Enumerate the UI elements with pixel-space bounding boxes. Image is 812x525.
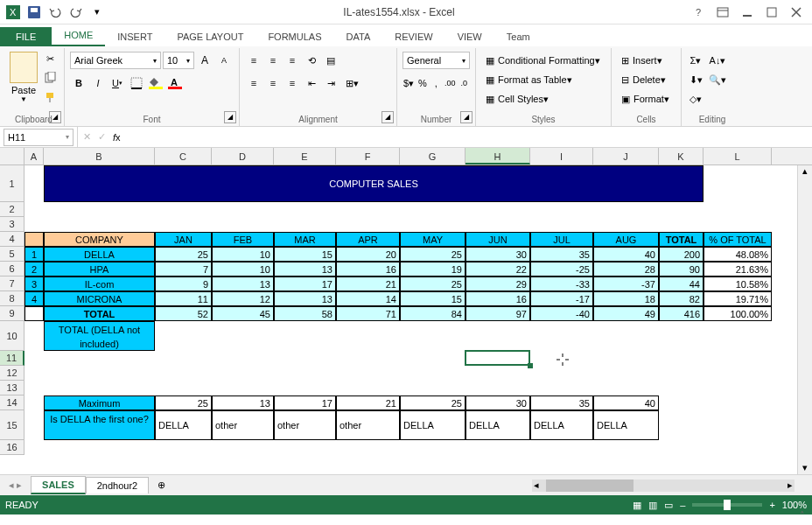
cell-G6[interactable]: 19 bbox=[400, 262, 466, 276]
maximize-icon[interactable] bbox=[765, 5, 779, 19]
excel-icon[interactable]: X bbox=[4, 3, 23, 22]
rowhead-9[interactable]: 9 bbox=[0, 306, 24, 321]
cell-E15[interactable]: other bbox=[274, 410, 336, 440]
close-icon[interactable] bbox=[789, 5, 803, 19]
tab-formulas[interactable]: FORMULAS bbox=[256, 27, 333, 46]
cut-icon[interactable]: ✂ bbox=[41, 50, 59, 67]
cell-F5[interactable]: 20 bbox=[336, 247, 400, 262]
colhead-G[interactable]: G bbox=[400, 148, 466, 164]
cell-G8[interactable]: 15 bbox=[400, 291, 466, 306]
orientation-icon[interactable]: ⟲ bbox=[303, 52, 320, 69]
rowhead-1[interactable]: 1 bbox=[0, 165, 24, 202]
border-button[interactable] bbox=[128, 74, 145, 92]
cell-A7[interactable]: 3 bbox=[24, 276, 44, 291]
cell-D7[interactable]: 13 bbox=[212, 276, 274, 291]
tab-review[interactable]: REVIEW bbox=[382, 27, 444, 46]
colhead-D[interactable]: D bbox=[212, 148, 274, 164]
cell-I4[interactable]: JUL bbox=[530, 232, 593, 247]
cell-L6[interactable]: 21.63% bbox=[704, 262, 772, 276]
cell-A4[interactable] bbox=[24, 232, 44, 247]
cell-G15[interactable]: DELLA bbox=[400, 410, 466, 440]
italic-button[interactable]: I bbox=[89, 74, 107, 92]
cell-G9[interactable]: 84 bbox=[400, 306, 466, 321]
cell-H14[interactable]: 30 bbox=[466, 396, 530, 410]
cell-F14[interactable]: 21 bbox=[336, 396, 400, 410]
colhead-A[interactable]: A bbox=[24, 148, 44, 164]
cell-H8[interactable]: 16 bbox=[466, 291, 530, 306]
tab-view[interactable]: VIEW bbox=[445, 27, 494, 46]
cell-G14[interactable]: 25 bbox=[400, 396, 466, 410]
align-top-icon[interactable]: ≡ bbox=[245, 52, 262, 69]
colhead-E[interactable]: E bbox=[274, 148, 336, 164]
comma-icon[interactable]: , bbox=[430, 74, 442, 92]
cell-E6[interactable]: 13 bbox=[274, 262, 336, 276]
rowhead-6[interactable]: 6 bbox=[0, 262, 24, 276]
conditional-formatting-button[interactable]: ▦ Conditional Formatting ▾ bbox=[481, 52, 606, 69]
cell-C15[interactable]: DELLA bbox=[155, 410, 212, 440]
cell-J15[interactable]: DELLA bbox=[593, 410, 659, 440]
font-color-button[interactable]: A bbox=[166, 74, 184, 92]
spreadsheet-grid[interactable]: ABCDEFGHIJKL 12345678910111213141516 COM… bbox=[0, 148, 812, 474]
cell-L8[interactable]: 19.71% bbox=[704, 291, 772, 306]
rowhead-16[interactable]: 16 bbox=[0, 440, 24, 455]
cell-L7[interactable]: 10.58% bbox=[704, 276, 772, 291]
cell-G4[interactable]: MAY bbox=[400, 232, 466, 247]
redo-icon[interactable] bbox=[66, 3, 86, 22]
horizontal-scrollbar[interactable]: ◂▸ bbox=[532, 480, 794, 492]
clipboard-dialog-icon[interactable]: ◢ bbox=[49, 111, 61, 123]
cell-B8[interactable]: MICRONA bbox=[44, 291, 155, 306]
cell-K9[interactable]: 416 bbox=[659, 306, 704, 321]
zoom-level[interactable]: 100% bbox=[782, 500, 807, 510]
cell-D14[interactable]: 13 bbox=[212, 396, 274, 410]
cell-D15[interactable]: other bbox=[212, 410, 274, 440]
cell-styles-button[interactable]: ▦ Cell Styles ▾ bbox=[481, 90, 606, 108]
merge-center-button[interactable]: ⊞▾ bbox=[341, 74, 363, 92]
copy-icon[interactable] bbox=[41, 69, 59, 87]
rowhead-12[interactable]: 12 bbox=[0, 366, 24, 381]
colhead-J[interactable]: J bbox=[593, 148, 659, 164]
rowhead-5[interactable]: 5 bbox=[0, 247, 24, 262]
align-center-icon[interactable]: ≡ bbox=[264, 74, 282, 92]
sheet-tab-sales[interactable]: SALES bbox=[31, 476, 86, 494]
cell-J6[interactable]: 28 bbox=[593, 262, 659, 276]
rowhead-8[interactable]: 8 bbox=[0, 291, 24, 306]
rowhead-7[interactable]: 7 bbox=[0, 276, 24, 291]
undo-icon[interactable] bbox=[46, 3, 65, 22]
view-layout-icon[interactable]: ▥ bbox=[648, 500, 657, 511]
zoom-slider[interactable] bbox=[692, 503, 762, 507]
cell-K4[interactable]: TOTAL bbox=[659, 232, 704, 247]
currency-icon[interactable]: $▾ bbox=[402, 74, 415, 92]
cell-L4[interactable]: % OF TOTAL bbox=[704, 232, 772, 247]
view-pagebreak-icon[interactable]: ▭ bbox=[664, 500, 673, 511]
cell-F15[interactable]: other bbox=[336, 410, 400, 440]
cell-B10[interactable]: TOTAL (DELLA not included) bbox=[44, 321, 155, 351]
zoom-in-icon[interactable]: + bbox=[769, 500, 774, 510]
sheet-nav[interactable]: ◂ ▸ bbox=[0, 480, 31, 491]
fill-handle[interactable] bbox=[528, 363, 533, 368]
clear-icon[interactable]: ◇▾ bbox=[687, 90, 704, 108]
cell-D8[interactable]: 12 bbox=[212, 291, 274, 306]
align-left-icon[interactable]: ≡ bbox=[245, 74, 262, 92]
cell-C7[interactable]: 9 bbox=[155, 276, 212, 291]
cell-F4[interactable]: APR bbox=[336, 232, 400, 247]
save-icon[interactable] bbox=[24, 3, 44, 22]
cell-I9[interactable]: -40 bbox=[530, 306, 593, 321]
cell-B5[interactable]: DELLA bbox=[44, 247, 155, 262]
cell-F8[interactable]: 14 bbox=[336, 291, 400, 306]
delete-cells-button[interactable]: ⊟ Delete ▾ bbox=[617, 71, 676, 88]
cell-E14[interactable]: 17 bbox=[274, 396, 336, 410]
sheet-tab-2ndhour2[interactable]: 2ndhour2 bbox=[86, 477, 150, 494]
cell-D5[interactable]: 10 bbox=[212, 247, 274, 262]
percent-icon[interactable]: % bbox=[416, 74, 428, 92]
cell-J4[interactable]: AUG bbox=[593, 232, 659, 247]
cell-B9[interactable]: TOTAL bbox=[44, 306, 155, 321]
bold-button[interactable]: B bbox=[70, 74, 88, 92]
cell-F7[interactable]: 21 bbox=[336, 276, 400, 291]
format-cells-button[interactable]: ▣ Format ▾ bbox=[617, 90, 676, 108]
cell-H7[interactable]: 29 bbox=[466, 276, 530, 291]
format-as-table-button[interactable]: ▦ Format as Table ▾ bbox=[481, 71, 606, 88]
fx-icon[interactable]: fx bbox=[113, 132, 121, 143]
cell-E8[interactable]: 13 bbox=[274, 291, 336, 306]
cell-A5[interactable]: 1 bbox=[24, 247, 44, 262]
rowhead-11[interactable]: 11 bbox=[0, 351, 24, 366]
